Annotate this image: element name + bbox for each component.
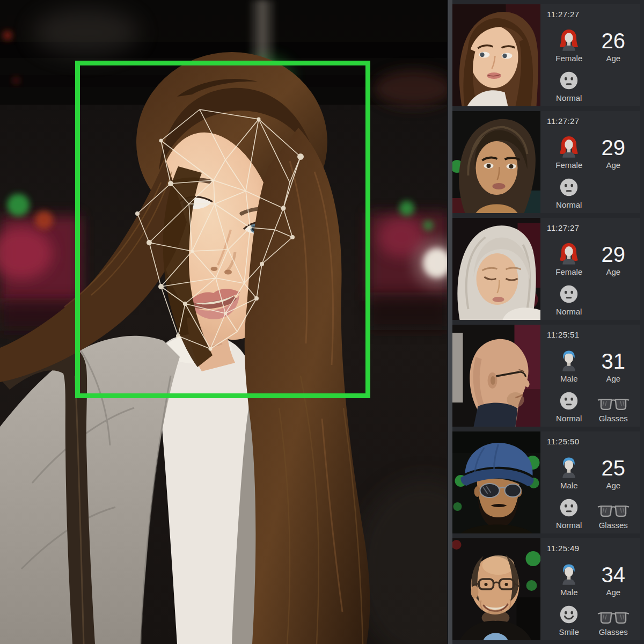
glasses-cell: Glasses bbox=[591, 504, 636, 531]
gender-cell: Female bbox=[547, 28, 591, 64]
expression-cell: Normal bbox=[547, 391, 591, 424]
attributes-grid: Male 25 Age Normal Glasses bbox=[547, 447, 635, 531]
age-label: Age bbox=[606, 481, 620, 490]
detections-panel: 11:27:27 Female 26 Age Normal bbox=[452, 0, 644, 644]
attributes-grid: Female 26 Age Normal bbox=[547, 20, 635, 104]
age-label: Age bbox=[606, 267, 620, 276]
neutral-face-icon bbox=[559, 70, 579, 91]
face-thumbnail bbox=[452, 218, 540, 320]
age-label: Age bbox=[606, 160, 620, 170]
female-icon bbox=[559, 28, 579, 51]
glasses-cell: Glasses bbox=[591, 398, 636, 424]
detection-card[interactable]: 11:25:50 Male 25 Age Normal Glasses bbox=[452, 431, 640, 533]
male-icon bbox=[559, 349, 579, 371]
age-cell: 29 Age bbox=[591, 244, 636, 277]
expression-label: Normal bbox=[556, 521, 582, 530]
age-value: 34 bbox=[602, 565, 626, 585]
expression-cell: Normal bbox=[547, 177, 591, 210]
detection-card[interactable]: 11:27:27 Female 29 Age Normal bbox=[452, 218, 640, 320]
gender-cell: Male bbox=[547, 456, 591, 491]
glasses-cell: Glasses bbox=[591, 611, 636, 638]
gender-cell: Female bbox=[547, 242, 591, 277]
face-thumbnail bbox=[452, 325, 540, 427]
app-window: 11:27:27 Female 26 Age Normal bbox=[0, 0, 644, 644]
expression-cell: Normal bbox=[547, 284, 591, 317]
expression-label: Normal bbox=[556, 414, 582, 423]
face-thumbnail bbox=[452, 538, 540, 640]
gender-label: Male bbox=[560, 588, 578, 597]
detection-timestamp: 11:27:27 bbox=[547, 10, 635, 19]
age-value: 29 bbox=[602, 137, 626, 158]
expression-cell: Smile bbox=[547, 604, 591, 638]
male-icon bbox=[559, 562, 579, 585]
gender-label: Female bbox=[555, 267, 582, 276]
expression-label: Normal bbox=[556, 307, 582, 316]
camera-frame bbox=[0, 0, 447, 644]
age-label: Age bbox=[606, 588, 620, 597]
detection-card[interactable]: 11:25:49 Male 34 Age Smile Glasses bbox=[452, 538, 640, 640]
gender-label: Male bbox=[560, 374, 578, 383]
expression-label: Smile bbox=[559, 627, 579, 636]
detection-info: 11:25:51 Male 31 Age Normal Glasses bbox=[540, 325, 640, 427]
age-cell: 34 Age bbox=[591, 565, 636, 598]
smile-face-icon bbox=[559, 604, 579, 625]
face-thumbnail bbox=[452, 4, 540, 106]
detection-info: 11:25:49 Male 34 Age Smile Glasses bbox=[540, 538, 640, 640]
glasses-label: Glasses bbox=[599, 627, 628, 636]
age-value: 25 bbox=[602, 458, 626, 478]
neutral-face-icon bbox=[559, 497, 579, 518]
age-cell: 25 Age bbox=[591, 458, 636, 491]
gender-cell: Female bbox=[547, 135, 591, 171]
detection-timestamp: 11:27:27 bbox=[547, 223, 635, 232]
detection-info: 11:25:50 Male 25 Age Normal Glasses bbox=[540, 431, 640, 533]
attributes-grid: Female 29 Age Normal bbox=[547, 233, 635, 317]
gender-label: Male bbox=[560, 481, 578, 490]
age-cell: 31 Age bbox=[591, 351, 636, 384]
detection-info: 11:27:27 Female 29 Age Normal bbox=[540, 111, 640, 213]
face-thumbnail bbox=[452, 111, 540, 213]
gender-label: Female bbox=[555, 160, 582, 170]
detection-timestamp: 11:27:27 bbox=[547, 116, 635, 126]
age-value: 29 bbox=[602, 244, 626, 265]
female-icon bbox=[559, 135, 579, 158]
neutral-face-icon bbox=[559, 391, 579, 411]
glasses-icon bbox=[597, 611, 630, 625]
age-label: Age bbox=[606, 54, 620, 63]
age-cell: 29 Age bbox=[591, 137, 636, 171]
glasses-icon bbox=[597, 504, 630, 518]
age-cell: 26 Age bbox=[591, 31, 636, 64]
age-value: 31 bbox=[602, 351, 626, 371]
attributes-grid: Male 31 Age Normal Glasses bbox=[547, 340, 635, 424]
gender-cell: Male bbox=[547, 349, 591, 384]
detection-card[interactable]: 11:27:27 Female 29 Age Normal bbox=[452, 111, 640, 213]
age-label: Age bbox=[606, 374, 620, 383]
female-icon bbox=[559, 242, 579, 265]
detection-timestamp: 11:25:50 bbox=[547, 437, 635, 446]
attributes-grid: Female 29 Age Normal bbox=[547, 127, 635, 210]
detection-timestamp: 11:25:51 bbox=[547, 330, 635, 339]
panel-divider bbox=[447, 0, 452, 644]
face-thumbnail bbox=[452, 431, 540, 533]
detection-info: 11:27:27 Female 26 Age Normal bbox=[540, 4, 640, 106]
gender-cell: Male bbox=[547, 562, 591, 598]
expression-cell: Normal bbox=[547, 497, 591, 531]
detection-timestamp: 11:25:49 bbox=[547, 544, 635, 553]
detection-card[interactable]: 11:27:27 Female 26 Age Normal bbox=[452, 4, 640, 106]
camera-view bbox=[0, 0, 447, 644]
glasses-label: Glasses bbox=[599, 414, 628, 423]
expression-label: Normal bbox=[556, 93, 582, 103]
age-value: 26 bbox=[602, 31, 626, 51]
male-icon bbox=[559, 456, 579, 478]
neutral-face-icon bbox=[559, 284, 579, 304]
glasses-icon bbox=[597, 398, 630, 411]
gender-label: Female bbox=[555, 54, 582, 63]
expression-label: Normal bbox=[556, 200, 582, 209]
detection-card[interactable]: 11:25:51 Male 31 Age Normal Glasses bbox=[452, 325, 640, 427]
expression-cell: Normal bbox=[547, 70, 591, 104]
detection-info: 11:27:27 Female 29 Age Normal bbox=[540, 218, 640, 320]
attributes-grid: Male 34 Age Smile Glasses bbox=[547, 554, 635, 638]
neutral-face-icon bbox=[559, 177, 579, 197]
glasses-label: Glasses bbox=[599, 521, 628, 530]
